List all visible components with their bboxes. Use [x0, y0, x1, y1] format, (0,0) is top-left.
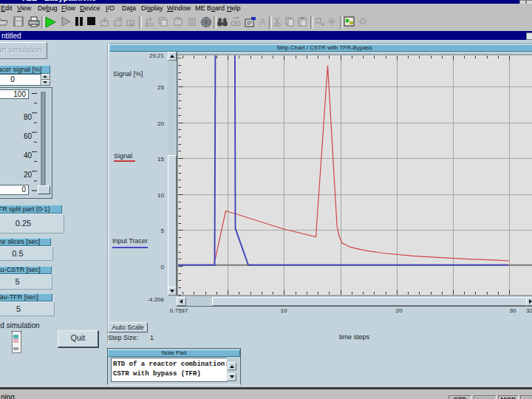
svg-text:A: A [259, 17, 265, 27]
